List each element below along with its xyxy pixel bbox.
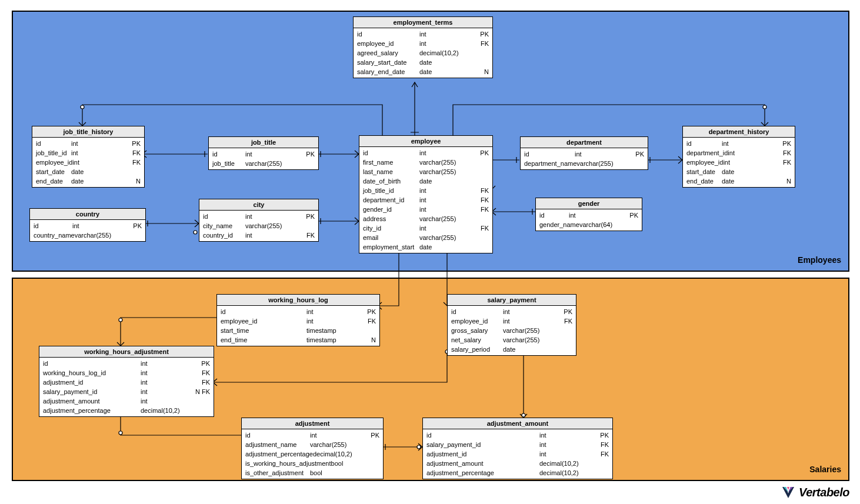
entity-adjustment[interactable]: adjustment idintPKadjustment_namevarchar… xyxy=(241,418,384,479)
entity-gender[interactable]: gender idintPKgender_namevarchar(64) xyxy=(535,198,642,231)
column-key xyxy=(298,222,315,230)
entity-employee[interactable]: employee idintPKfirst_namevarchar(255)la… xyxy=(359,135,493,253)
entity-column: employee_idintFK xyxy=(217,316,379,326)
entity-title: country xyxy=(30,209,145,220)
column-name: end_date xyxy=(686,177,722,185)
entity-column: salary_start_datedate xyxy=(354,58,492,67)
column-type: int xyxy=(539,431,592,439)
entity-column: gross_salaryvarchar(255) xyxy=(448,326,576,335)
entity-column: idintPK xyxy=(209,149,318,159)
column-key xyxy=(556,326,572,335)
entity-column: adjustment_percentagedecimal(10,2) xyxy=(423,468,612,478)
column-key xyxy=(363,440,379,449)
entity-working_hours_log[interactable]: working_hours_log idintPKemployee_idintF… xyxy=(216,294,380,346)
entity-department_history[interactable]: department_history idintPKdepartment_idi… xyxy=(682,126,795,188)
column-type: varchar(255) xyxy=(75,231,126,239)
column-key: PK xyxy=(359,308,376,316)
entity-column: idintPK xyxy=(39,359,214,368)
column-type: varchar(255) xyxy=(503,336,556,344)
vertabelo-logo: Vertabelo xyxy=(781,485,849,499)
entity-column: adjustment_percentagedecimal(10,2) xyxy=(39,406,214,415)
entity-column: job_title_idintFK xyxy=(359,186,492,195)
column-key: PK xyxy=(298,212,315,221)
column-key: N xyxy=(775,177,791,185)
column-key xyxy=(592,459,609,468)
entity-column: idintPK xyxy=(242,430,383,440)
column-name: job_title_id xyxy=(36,149,71,157)
entity-column: emailvarchar(255) xyxy=(359,233,492,242)
column-name: adjustment_percentage xyxy=(426,469,539,477)
column-name: start_time xyxy=(221,326,306,335)
entity-adjustment_amount[interactable]: adjustment_amount idintPKsalary_payment_… xyxy=(422,418,613,479)
column-type: int xyxy=(141,378,194,386)
entity-job_title[interactable]: job_title idintPKjob_titlevarchar(255) xyxy=(208,136,319,170)
entity-column: employee_idintFK xyxy=(354,39,492,48)
column-type: int xyxy=(245,150,298,158)
entity-column: job_titlevarchar(255) xyxy=(209,159,318,168)
column-type: decimal(10,2) xyxy=(539,459,592,468)
column-type: date xyxy=(722,177,775,185)
entity-department[interactable]: department idintPKdepartment_namevarchar… xyxy=(520,136,648,170)
entity-title: adjustment_amount xyxy=(423,418,612,429)
entity-column: end_datedateN xyxy=(32,176,144,186)
entity-country[interactable]: country idintPKcountry_namevarchar(255) xyxy=(29,208,146,242)
column-name: last_name xyxy=(363,168,419,176)
column-key: PK xyxy=(472,30,489,38)
column-key: FK xyxy=(592,440,609,449)
column-key xyxy=(472,215,489,223)
entity-column: first_namevarchar(255) xyxy=(359,158,492,167)
entity-city[interactable]: city idintPKcity_namevarchar(255)country… xyxy=(199,199,319,242)
column-type: varchar(255) xyxy=(503,326,556,335)
column-type: int xyxy=(419,224,472,232)
column-type: int xyxy=(569,211,622,219)
entity-column: idintPK xyxy=(683,139,795,148)
column-name: id xyxy=(36,139,71,148)
column-key: N FK xyxy=(194,388,210,396)
column-type: int xyxy=(419,205,472,213)
column-key: PK xyxy=(298,150,315,158)
entity-job_title_history[interactable]: job_title_history idintPKjob_title_idint… xyxy=(32,126,145,188)
entity-salary_payment[interactable]: salary_payment idintPKemployee_idintFKgr… xyxy=(447,294,576,356)
column-type: bool xyxy=(310,469,363,477)
column-type: int xyxy=(503,317,556,325)
column-name: employment_start xyxy=(363,243,419,251)
column-name: end_date xyxy=(36,177,71,185)
column-key: FK xyxy=(472,196,489,204)
column-type: varchar(255) xyxy=(576,159,628,168)
column-key xyxy=(472,58,489,66)
column-type: varchar(64) xyxy=(579,221,624,229)
column-name: start_date xyxy=(36,168,71,176)
entity-column: end_datedateN xyxy=(683,176,795,186)
entity-column: idintPK xyxy=(521,149,648,159)
column-key: FK xyxy=(194,378,210,386)
column-key: FK xyxy=(472,186,489,195)
column-type: int xyxy=(141,359,194,368)
column-key xyxy=(126,231,142,239)
column-name: employee_id xyxy=(686,158,723,166)
entity-column: department_namevarchar(255) xyxy=(521,159,648,168)
column-name: is_working_hours_adjustment xyxy=(245,459,331,468)
column-type: varchar(255) xyxy=(419,158,472,166)
vertabelo-logo-text: Vertabelo xyxy=(799,486,849,499)
column-name: city_name xyxy=(203,222,245,230)
column-key: PK xyxy=(622,211,638,219)
entity-column: department_idintFK xyxy=(683,148,795,158)
column-name: salary_payment_id xyxy=(43,388,141,396)
column-name: salary_end_date xyxy=(357,68,419,76)
column-key xyxy=(556,345,572,353)
column-type: int xyxy=(419,39,472,48)
entity-column: salary_payment_idintN FK xyxy=(39,387,214,396)
column-name: adjustment_percentage xyxy=(43,406,141,415)
entity-employment_terms[interactable]: employment_terms idintPKemployee_idintFK… xyxy=(353,16,493,78)
entity-column: idintPK xyxy=(217,307,379,316)
column-key xyxy=(472,49,489,57)
entity-working_hours_adjustment[interactable]: working_hours_adjustment idintPKworking_… xyxy=(39,346,214,417)
column-name: adjustment_amount xyxy=(43,397,141,405)
column-name: country_name xyxy=(34,231,75,239)
entity-title: salary_payment xyxy=(448,295,576,306)
column-name: id xyxy=(451,308,503,316)
column-type: int xyxy=(310,431,363,439)
column-type: timestamp xyxy=(306,336,359,344)
entity-column: employee_idintFK xyxy=(683,158,795,167)
entity-column: idintPK xyxy=(448,307,576,316)
